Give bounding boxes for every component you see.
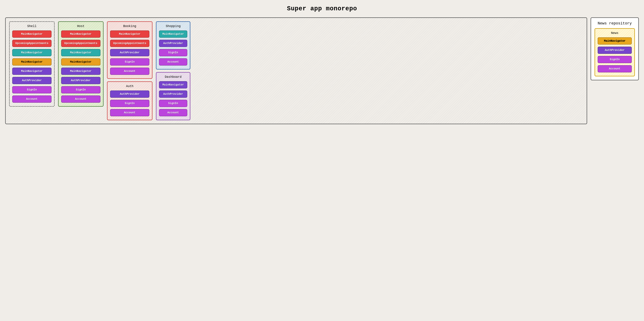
shell-items: MainNavigator UpcomingAppointments MainN… (12, 30, 52, 103)
host-items: MainNavigator UpcomingAppointments MainN… (61, 30, 100, 103)
host-item-4: MainNavigator (61, 68, 100, 75)
auth-item-0: AuthProvider (110, 91, 149, 98)
news-item-0: MainNavigator (598, 37, 632, 44)
shell-section: Shell MainNavigator UpcomingAppointments… (9, 21, 54, 107)
dashboard-item-0: MainNavigator (159, 81, 187, 88)
booking-item-1: UpcomingAppointments (110, 40, 149, 47)
auth-items: AuthProvider SignIn Account (110, 91, 149, 116)
monorepo-box: Shell MainNavigator UpcomingAppointments… (5, 17, 587, 124)
news-item-2: SignIn (598, 56, 632, 63)
host-title: Host (61, 24, 100, 28)
booking-section: Booking MainNavigator UpcomingAppointmen… (107, 21, 152, 79)
booking-title: Booking (110, 24, 149, 28)
booking-item-4: Account (110, 68, 149, 75)
booking-item-2: AuthProvider (110, 49, 149, 56)
host-item-6: SignIn (61, 86, 100, 93)
host-item-0: MainNavigator (61, 30, 100, 38)
news-item-3: Account (598, 65, 632, 72)
host-item-3: MainNavigator (61, 58, 100, 66)
dashboard-items: MainNavigator AuthProvider SignIn Accoun… (159, 81, 187, 116)
news-repo-title: News repository (594, 21, 635, 26)
shell-item-6: SignIn (12, 86, 52, 93)
shell-title: Shell (12, 24, 52, 28)
shopping-title: Shopping (159, 24, 187, 28)
news-items: MainNavigator AuthProvider SignIn Accoun… (598, 37, 632, 72)
news-item-1: AuthProvider (598, 47, 632, 54)
shopping-item-1: AuthProvider (159, 40, 187, 47)
shopping-items: MainNavigator AuthProvider SignIn Accoun… (159, 30, 187, 66)
booking-item-3: SignIn (110, 58, 149, 66)
host-item-7: Account (61, 95, 100, 103)
dashboard-sub-section: Dashboard MainNavigator AuthProvider Sig… (156, 72, 190, 120)
page-title: Super app monorepo (5, 5, 639, 12)
host-item-2: MainNavigator (61, 49, 100, 56)
shell-item-3: MainNavigator (12, 58, 52, 66)
booking-items: MainNavigator UpcomingAppointments AuthP… (110, 30, 149, 75)
host-item-1: UpcomingAppointments (61, 40, 100, 47)
shopping-item-2: SignIn (159, 49, 187, 56)
main-container: Shell MainNavigator UpcomingAppointments… (5, 17, 639, 124)
shell-item-1: UpcomingAppointments (12, 40, 52, 47)
auth-item-2: Account (110, 109, 149, 116)
dashboard-item-1: AuthProvider (159, 91, 187, 98)
shell-item-2: MainNavigator (12, 49, 52, 56)
repo-columns: Shell MainNavigator UpcomingAppointments… (9, 21, 583, 120)
auth-sub-section: Auth AuthProvider SignIn Account (107, 81, 152, 120)
host-item-5: AuthProvider (61, 77, 100, 84)
shopping-item-3: Account (159, 58, 187, 66)
shopping-section: Shopping MainNavigator AuthProvider Sign… (156, 21, 190, 69)
shell-item-0: MainNavigator (12, 30, 52, 38)
shell-item-7: Account (12, 95, 52, 103)
booking-item-0: MainNavigator (110, 30, 149, 38)
dashboard-title: Dashboard (159, 75, 187, 79)
shopping-item-0: MainNavigator (159, 30, 187, 38)
shell-item-5: AuthProvider (12, 77, 52, 84)
booking-column: Booking MainNavigator UpcomingAppointmen… (107, 21, 152, 120)
shopping-column: Shopping MainNavigator AuthProvider Sign… (156, 21, 190, 120)
news-title: News (598, 31, 632, 35)
host-section: Host MainNavigator UpcomingAppointments … (58, 21, 104, 107)
dashboard-item-3: Account (159, 109, 187, 116)
dashboard-item-2: SignIn (159, 100, 187, 107)
news-section: News MainNavigator AuthProvider SignIn A… (594, 28, 635, 76)
news-repo-box: News repository News MainNavigator AuthP… (590, 17, 639, 80)
shell-item-4: MainNavigator (12, 68, 52, 75)
auth-item-1: SignIn (110, 100, 149, 107)
auth-title: Auth (110, 84, 149, 88)
